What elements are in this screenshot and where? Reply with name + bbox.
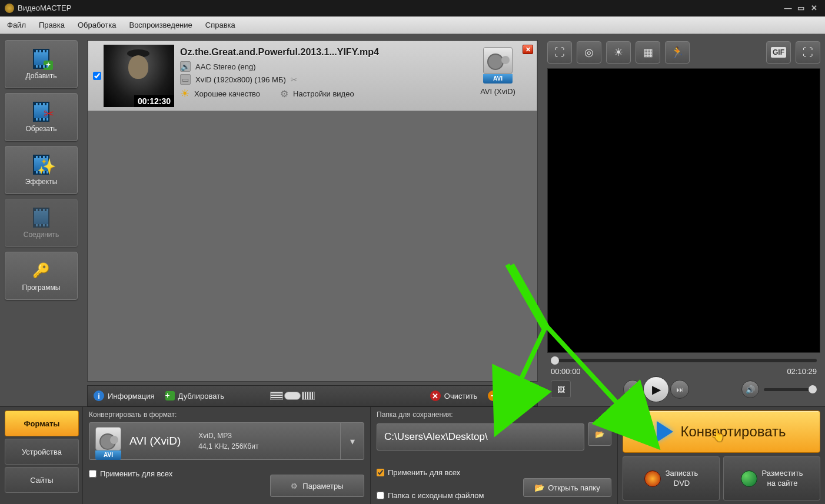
menu-file[interactable]: Файл: [7, 21, 26, 29]
next-button[interactable]: ⏭: [670, 380, 689, 399]
camera-icon: [483, 47, 513, 74]
close-button[interactable]: ✕: [807, 4, 820, 13]
join-button[interactable]: Соединить: [5, 199, 78, 247]
titlebar: ВидеоМАСТЕР — ▭ ✕: [0, 0, 825, 16]
clear-button[interactable]: ✕Очистить: [430, 390, 478, 401]
format-header: Конвертировать в формат:: [89, 410, 364, 419]
file-duration: 00:12:30: [134, 95, 174, 107]
format-selector[interactable]: AVI AVI (XviD) XviD, MP3 44,1 KHz, 256Кб…: [89, 422, 364, 460]
crop-button[interactable]: ⛶: [547, 41, 572, 64]
menu-edit[interactable]: Правка: [39, 21, 65, 29]
plus-icon: +: [165, 391, 175, 400]
format-label: AVI (XviD): [480, 87, 515, 96]
info-button[interactable]: iИнформация: [94, 390, 155, 401]
tabs: Форматы Устройства Сайты: [0, 407, 82, 504]
preview-toolbar: ⛶ ◎ ☀ ▦ 🏃 GIF ⛶: [547, 40, 820, 65]
volume-control[interactable]: 🔊: [741, 380, 817, 398]
parameters-button[interactable]: ⚙ Параметры: [270, 475, 364, 497]
apply-all-save[interactable]: Применить для всех: [377, 468, 611, 477]
file-checkbox[interactable]: [93, 72, 101, 80]
wand-icon: ✨: [37, 158, 56, 176]
playback-controls: 🖼 ⏮ ▶ ⏭ 🔊: [547, 376, 820, 403]
tab-devices[interactable]: Устройства: [5, 439, 79, 465]
remove-file-button[interactable]: ✕: [523, 45, 533, 54]
minimize-button[interactable]: —: [781, 4, 794, 13]
gif-button[interactable]: GIF: [766, 41, 791, 64]
seek-knob[interactable]: [551, 356, 559, 365]
apply-all-format-checkbox[interactable]: [89, 470, 97, 478]
file-thumbnail[interactable]: 00:12:30: [104, 45, 174, 107]
same-folder-checkbox[interactable]: [377, 492, 384, 499]
seek-bar[interactable]: [547, 354, 820, 367]
app-logo-icon: [5, 4, 14, 13]
video-preview[interactable]: [547, 68, 820, 353]
cut-icon[interactable]: ✂: [291, 75, 297, 84]
bottom-panel: Форматы Устройства Сайты Конвертировать …: [0, 406, 825, 504]
tab-sites[interactable]: Сайты: [5, 467, 79, 493]
play-button[interactable]: ▶: [643, 376, 669, 402]
time-current: 00:00:00: [551, 367, 581, 376]
volume-button[interactable]: 🔊: [741, 380, 759, 398]
convert-label: Конвертировать: [680, 423, 786, 440]
maximize-button[interactable]: ▭: [794, 4, 807, 13]
gear-icon: ⚙: [291, 482, 298, 490]
publish-button[interactable]: Разместитьна сайте: [723, 456, 820, 500]
file-audio: AAC Stereo (eng): [195, 62, 256, 71]
tab-formats[interactable]: Форматы: [5, 410, 79, 436]
add-label: Добавить: [25, 72, 56, 80]
center-column: 00:12:30 Oz.the.Great.and.Powerful.2013.…: [82, 34, 543, 406]
image-icon: 🖼: [557, 385, 565, 394]
browse-button[interactable]: 📂: [588, 422, 611, 446]
volume-track[interactable]: [764, 388, 817, 391]
menu-playback[interactable]: Воспроизведение: [129, 21, 192, 29]
format-name: AVI (XviD): [129, 435, 181, 448]
effects-button[interactable]: ✨ Эффекты: [5, 146, 78, 194]
file-list[interactable]: 00:12:30 Oz.the.Great.and.Powerful.2013.…: [87, 40, 538, 382]
file-output-format[interactable]: ✕ AVI AVI (XviD): [463, 45, 533, 107]
fullscreen-button[interactable]: ⛶: [796, 41, 820, 64]
view-toggle[interactable]: [270, 392, 315, 400]
menu-help[interactable]: Справка: [205, 21, 235, 29]
burn-dvd-button[interactable]: ЗаписатьDVD: [623, 456, 720, 500]
globe-icon: [741, 470, 757, 487]
delete-button[interactable]: −Удалить: [488, 390, 531, 401]
view-toggle-knob: [284, 392, 301, 400]
duplicate-button[interactable]: +Дублировать: [165, 391, 224, 400]
file-settings-link[interactable]: Настройки видео: [293, 89, 354, 98]
clip-button[interactable]: ▦: [636, 41, 660, 64]
save-header: Папка для сохранения:: [377, 410, 611, 419]
key-icon: 🔑: [32, 262, 50, 279]
list-toolbar: iИнформация +Дублировать ✕Очистить −Удал…: [87, 385, 538, 406]
window-title: ВидеоМАСТЕР: [18, 4, 781, 12]
format-panel: Конвертировать в формат: AVI AVI (XviD) …: [82, 407, 371, 504]
apply-all-save-checkbox[interactable]: [377, 469, 384, 476]
film-icon: ✂: [33, 102, 49, 122]
prev-button[interactable]: ⏮: [623, 380, 642, 399]
programs-button[interactable]: 🔑 Программы: [5, 252, 78, 300]
info-icon: i: [94, 390, 104, 401]
audio-icon: 🔊: [180, 61, 191, 72]
trim-button[interactable]: ✂ Обрезать: [5, 93, 78, 141]
brightness-button[interactable]: ☀: [606, 41, 631, 64]
play-triangle-icon: [657, 421, 673, 442]
snapshot-button[interactable]: 🖼: [551, 380, 571, 398]
time-labels: 00:00:00 02:10:29: [547, 367, 820, 376]
time-total: 02:10:29: [787, 367, 817, 376]
chevron-down-icon[interactable]: ▾: [340, 423, 364, 459]
save-panel: Папка для сохранения: C:\Users\Alex\Desk…: [371, 407, 618, 504]
add-button[interactable]: + Добавить: [5, 40, 78, 88]
menubar: Файл Правка Обработка Воспроизведение Сп…: [0, 16, 825, 34]
menu-processing[interactable]: Обработка: [78, 21, 117, 29]
open-folder-button[interactable]: 📂 Открыть папку: [523, 478, 611, 497]
gear-icon[interactable]: ⚙: [280, 88, 288, 99]
x-icon: ✕: [430, 390, 441, 401]
speed-button[interactable]: 🏃: [665, 41, 690, 64]
join-label: Соединить: [24, 231, 59, 239]
file-item[interactable]: 00:12:30 Oz.the.Great.and.Powerful.2013.…: [88, 41, 537, 111]
seek-track[interactable]: [551, 359, 817, 362]
output-path[interactable]: C:\Users\Alex\Desktop\: [377, 423, 584, 450]
volume-knob[interactable]: [809, 385, 817, 393]
file-quality: Хорошее качество: [194, 89, 260, 98]
format-line1: XviD, MP3: [198, 430, 258, 441]
adjust-button[interactable]: ◎: [577, 41, 601, 64]
